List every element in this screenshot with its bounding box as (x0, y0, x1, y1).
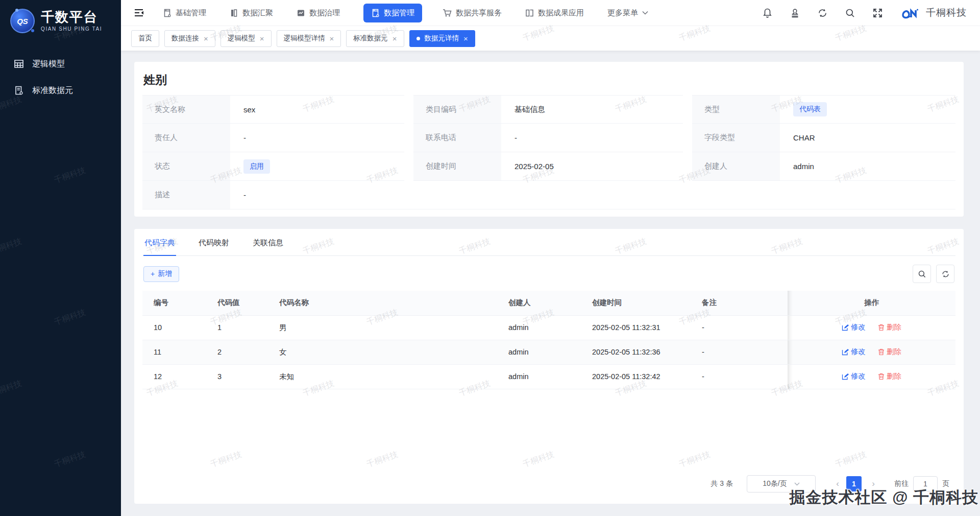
tab-code-mapping[interactable]: 代码映射 (199, 238, 229, 255)
field-label: 联系电话 (413, 124, 501, 152)
nav-item-label: 基础管理 (176, 8, 206, 18)
cell-creator: admin (508, 340, 592, 364)
sidebar-item-label: 逻辑模型 (32, 59, 65, 69)
close-icon[interactable]: × (204, 35, 208, 42)
close-icon[interactable]: × (393, 35, 397, 42)
page-size-value: 10条/页 (763, 479, 787, 488)
pagination-total: 共 3 条 (710, 479, 733, 488)
notification-bell-icon[interactable] (762, 8, 773, 18)
add-button[interactable]: + 新增 (143, 266, 179, 282)
cell-code-name: 女 (279, 340, 508, 364)
search-icon[interactable] (845, 8, 855, 18)
cell-creator: admin (508, 364, 592, 389)
tab-home[interactable]: 首页 (131, 30, 159, 47)
tab-bar: 首页 数据连接 × 逻辑模型 × 逻辑模型详情 × 标准数据元 × 数据元详情 … (121, 26, 980, 51)
tab-standard-data-element[interactable]: 标准数据元 × (346, 30, 404, 47)
edit-link[interactable]: 修改 (842, 371, 866, 381)
chevron-down-icon (794, 482, 800, 486)
sidebar: QS 千数平台 QIAN SHU PING TAI 逻辑模型 标准数据元 (0, 0, 121, 516)
partner-name: 千桐科技 (926, 6, 967, 19)
field-creator: 创建人 admin (692, 152, 955, 181)
cell-id: 12 (142, 364, 217, 389)
sidebar-item-label: 标准数据元 (32, 85, 73, 96)
field-value: - (501, 124, 683, 152)
nav-item-label: 更多菜单 (607, 8, 638, 18)
sidebar-item-logic-model[interactable]: 逻辑模型 (0, 51, 121, 77)
tab-data-element-detail[interactable]: 数据元详情 × (409, 30, 475, 47)
close-icon[interactable]: × (463, 35, 468, 42)
delete-link[interactable]: 删除 (878, 347, 901, 357)
refresh-icon[interactable] (817, 8, 828, 18)
col-header-code-name: 代码名称 (279, 291, 508, 315)
goto-unit-label: 页 (942, 479, 949, 488)
tab-related-info[interactable]: 关联信息 (253, 238, 283, 255)
nav-item-label: 数据成果应用 (538, 8, 584, 18)
goto-label: 前往 (894, 479, 909, 488)
page-size-select[interactable]: 10条/页 (747, 475, 816, 492)
tab-data-connection[interactable]: 数据连接 × (164, 30, 215, 47)
nav-item-data-management[interactable]: 数据管理 (363, 4, 422, 22)
nav-item-data-aggregation[interactable]: 数据汇聚 (230, 8, 273, 18)
tab-label: 逻辑模型详情 (284, 34, 325, 43)
cell-remark: - (702, 364, 788, 389)
field-owner: 责任人 - (142, 124, 404, 152)
nav-item-data-governance[interactable]: 数据治理 (297, 8, 340, 18)
app-logo-badge: QS (17, 17, 28, 26)
pagination: 共 3 条 10条/页 ‹ 1 › 前往 页 (142, 475, 955, 494)
field-label: 创建人 (692, 152, 780, 180)
table-header-row: 编号 代码值 代码名称 创建人 创建时间 备注 操作 (142, 291, 955, 315)
nav-item-data-sharing-service[interactable]: 数据共享服务 (443, 8, 502, 18)
app-logo: QS 千数平台 QIAN SHU PING TAI (0, 0, 121, 33)
detail-card: 姓别 英文名称 sex 责任人 - (134, 62, 964, 217)
status-badge: 启用 (243, 159, 270, 174)
field-value: 2025-02-05 (501, 152, 683, 180)
field-phone: 联系电话 - (413, 124, 683, 152)
page-number-button[interactable]: 1 (846, 476, 862, 491)
table-search-button[interactable] (913, 265, 931, 283)
delete-link[interactable]: 删除 (878, 322, 901, 332)
field-create-time: 创建时间 2025-02-05 (413, 152, 683, 181)
sidebar-item-standard-data-element[interactable]: 标准数据元 (0, 77, 121, 104)
field-label: 字段类型 (692, 124, 780, 152)
collapse-menu-icon[interactable] (133, 7, 144, 18)
table-refresh-button[interactable] (936, 265, 954, 283)
nav-item-more-menu[interactable]: 更多菜单 (607, 8, 648, 18)
table-row: 11 2 女 admin 2025-02-05 11:32:36 - 修改 (142, 340, 955, 364)
nav-item-data-achievement-app[interactable]: 数据成果应用 (525, 8, 584, 18)
edit-label: 修改 (851, 347, 866, 357)
tab-logic-model-detail[interactable]: 逻辑模型详情 × (277, 30, 341, 47)
next-page-button[interactable]: › (866, 476, 881, 491)
user-icon[interactable] (790, 8, 800, 18)
cell-id: 10 (142, 315, 217, 340)
edit-link[interactable]: 修改 (842, 347, 866, 357)
field-description: 描述 - (142, 181, 955, 209)
partner-logo-icon (901, 6, 922, 19)
cell-creator: admin (508, 315, 592, 340)
tab-code-dictionary[interactable]: 代码字典 (144, 238, 175, 255)
tab-label: 数据连接 (172, 34, 199, 43)
top-header: 基础管理 数据汇聚 数据治理 数据管理 (121, 0, 980, 26)
close-icon[interactable]: × (330, 35, 334, 42)
cell-code-name: 未知 (279, 364, 508, 389)
field-value: - (230, 124, 404, 152)
field-category-code: 类目编码 基础信息 (413, 95, 683, 124)
cell-create-time: 2025-02-05 11:32:31 (592, 315, 702, 340)
field-english-name: 英文名称 sex (142, 95, 404, 124)
field-value: - (230, 181, 955, 209)
delete-label: 删除 (887, 371, 901, 381)
app-subtitle: QIAN SHU PING TAI (41, 27, 102, 32)
table-toolbar: + 新增 (143, 265, 954, 283)
tab-logic-model[interactable]: 逻辑模型 × (220, 30, 272, 47)
field-value: admin (780, 152, 955, 180)
edit-link[interactable]: 修改 (842, 322, 866, 332)
nav-item-basic-management[interactable]: 基础管理 (163, 8, 206, 18)
delete-link[interactable]: 删除 (878, 371, 901, 381)
prev-page-button[interactable]: ‹ (830, 476, 845, 491)
goto-page-input[interactable] (913, 476, 938, 491)
cell-code-value: 2 (217, 340, 279, 364)
partner-brand: 千桐科技 (901, 6, 967, 19)
field-label: 责任人 (142, 124, 230, 152)
fullscreen-icon[interactable] (872, 8, 883, 18)
edit-label: 修改 (851, 322, 866, 332)
close-icon[interactable]: × (260, 35, 264, 42)
